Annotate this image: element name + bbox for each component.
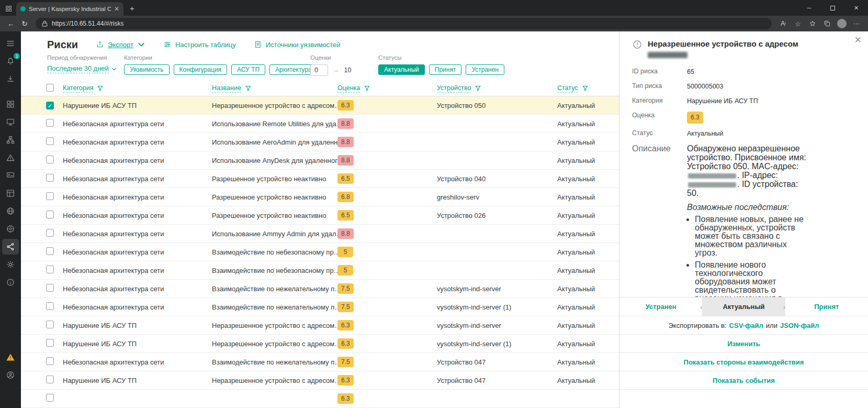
table-row[interactable]: Нарушение ИБ АСУ ТП Неразрешенное устрой… [21, 316, 619, 335]
panel-action[interactable]: Изменить [619, 334, 868, 352]
row-checkbox[interactable] [46, 211, 54, 218]
table-row[interactable]: Небезопасная архитектура сети Использова… [21, 133, 619, 151]
row-checkbox[interactable] [46, 247, 54, 255]
table-row[interactable]: Нарушение ИБ АСУ ТП Неразрешенное устрой… [21, 335, 619, 353]
row-checkbox[interactable] [46, 284, 54, 292]
sort-name[interactable]: Название [212, 84, 241, 93]
row-checkbox[interactable] [46, 137, 54, 145]
collections-icon[interactable] [820, 20, 835, 27]
category-chip[interactable]: Уязвимость [124, 64, 170, 75]
period-select[interactable]: Последние 30 дней [47, 64, 124, 73]
profile-avatar[interactable] [837, 19, 847, 28]
browser-menu-icon[interactable]: ··· [849, 20, 864, 27]
read-aloud-icon[interactable]: Aᵎ [776, 20, 791, 27]
tab-grid-icon[interactable] [5, 5, 12, 12]
filter-score-icon[interactable] [364, 85, 370, 92]
tab-close-icon[interactable]: ✕ [114, 5, 119, 13]
table-row[interactable]: Небезопасная архитектура сети Взаимодейс… [21, 261, 619, 280]
table-row[interactable]: ✓ Нарушение ИБ АСУ ТП Неразрешенное устр… [21, 96, 619, 115]
row-checkbox[interactable]: ✓ [46, 102, 54, 109]
browser-tab[interactable]: Server | Kaspersky Industrial Cyb ✕ [16, 2, 123, 16]
filter-device-icon[interactable] [475, 85, 481, 92]
row-checkbox[interactable] [46, 174, 54, 182]
row-checkbox[interactable] [46, 302, 54, 310]
row-checkbox[interactable] [46, 229, 54, 237]
sidebar-item-about[interactable] [2, 274, 19, 290]
sidebar-item-settings[interactable] [2, 257, 19, 272]
row-checkbox[interactable] [46, 321, 54, 328]
status-tab[interactable]: Актуальный [702, 297, 785, 316]
panel-action[interactable]: Показать стороны взаимодействия [619, 352, 868, 371]
configure-table-button[interactable]: Настроить таблицу [163, 40, 236, 49]
table-row[interactable]: Небезопасная архитектура сети Взаимодейс… [21, 280, 619, 298]
status-chip[interactable]: Принят [429, 64, 462, 75]
sort-category[interactable]: Категория [63, 84, 93, 93]
back-button[interactable]: ← [4, 19, 18, 28]
sidebar-item-assets[interactable] [2, 114, 19, 130]
minimize-button[interactable]: ─ [797, 0, 821, 16]
sidebar-item-network-map[interactable] [2, 132, 19, 148]
sidebar-item-warning[interactable] [2, 349, 19, 365]
sidebar-item-events[interactable] [2, 150, 19, 166]
export-button[interactable]: Экспорт [96, 40, 145, 49]
favorites-icon[interactable] [805, 20, 820, 27]
filter-category-icon[interactable] [97, 85, 104, 92]
category-chip[interactable]: АСУ ТП [231, 64, 265, 75]
row-checkbox[interactable] [46, 266, 54, 273]
row-checkbox[interactable] [46, 192, 54, 200]
status-chip[interactable]: Устранен [466, 64, 504, 75]
sort-status[interactable]: Статус [557, 84, 578, 93]
cell-device: Устройство 047 [437, 377, 557, 384]
status-chip[interactable]: Актуальный [378, 64, 425, 75]
category-chip[interactable]: Конфигурация [174, 64, 228, 75]
table-row[interactable]: Небезопасная архитектура сети Взаимодейс… [21, 298, 619, 316]
row-checkbox[interactable] [46, 156, 54, 163]
table-row[interactable]: Небезопасная архитектура сети Разрешенно… [21, 206, 619, 225]
sort-score[interactable]: Оценка [337, 84, 360, 93]
sidebar-item-risks[interactable] [2, 239, 19, 255]
status-tab[interactable]: Устранен [619, 297, 702, 316]
row-checkbox[interactable] [46, 394, 54, 402]
sidebar-item-reports[interactable] [2, 185, 19, 201]
table-row[interactable]: Небезопасная архитектура сети Разрешенно… [21, 188, 619, 206]
sidebar-item-audit[interactable] [2, 221, 19, 237]
close-button[interactable]: ✕ [844, 0, 868, 16]
favorites-add-icon[interactable]: ☆ [791, 20, 805, 28]
table-row[interactable]: Небезопасная архитектура сети Использова… [21, 225, 619, 243]
filter-name-icon[interactable] [245, 85, 252, 92]
refresh-button[interactable]: ↻ [18, 19, 31, 28]
sidebar-item-notifications[interactable]: 1 [2, 53, 19, 69]
sidebar-item-web[interactable] [2, 203, 19, 219]
status-tab[interactable]: Принят [785, 297, 868, 316]
sort-device[interactable]: Устройство [437, 84, 471, 93]
table-row[interactable]: Небезопасная архитектура сети Использова… [21, 151, 619, 170]
table-row[interactable]: Небезопасная архитектура сети Взаимодейс… [21, 353, 619, 371]
table-row[interactable]: Небезопасная архитектура сети Взаимодейс… [21, 243, 619, 261]
sidebar-item-download[interactable] [2, 71, 19, 87]
export-csv-link[interactable]: CSV-файл [729, 322, 763, 329]
sidebar-item-menu[interactable] [2, 36, 19, 51]
sidebar-item-console[interactable] [2, 168, 19, 183]
maximize-button[interactable] [821, 0, 844, 16]
row-checkbox[interactable] [46, 339, 54, 347]
score-min-input[interactable]: 0 [310, 64, 328, 76]
filter-status-icon[interactable] [582, 85, 589, 92]
row-checkbox[interactable] [46, 119, 54, 127]
panel-action[interactable]: Показать события [619, 371, 868, 389]
site-info-icon[interactable] [42, 20, 48, 27]
address-bar[interactable]: https://10.65.51.44/#/risks [36, 18, 772, 29]
table-row[interactable]: 6.3 [21, 390, 619, 408]
row-checkbox[interactable] [46, 376, 54, 383]
table-row[interactable]: Нарушение ИБ АСУ ТП Неразрешенное устрой… [21, 371, 619, 390]
table-row[interactable]: Небезопасная архитектура сети Использова… [21, 115, 619, 133]
cell-device: Устройство 047 [437, 358, 557, 366]
vuln-sources-button[interactable]: Источники уязвимостей [254, 40, 341, 49]
new-tab-button[interactable]: + [130, 4, 134, 13]
select-all-checkbox[interactable] [46, 84, 54, 92]
table-row[interactable]: Небезопасная архитектура сети Разрешенно… [21, 170, 619, 188]
sidebar-item-dashboard[interactable] [2, 96, 19, 112]
sidebar-item-user[interactable] [2, 367, 19, 383]
export-json-link[interactable]: JSON-файл [780, 322, 819, 329]
row-checkbox[interactable] [46, 357, 54, 365]
score-max-value[interactable]: 10 [344, 67, 352, 74]
